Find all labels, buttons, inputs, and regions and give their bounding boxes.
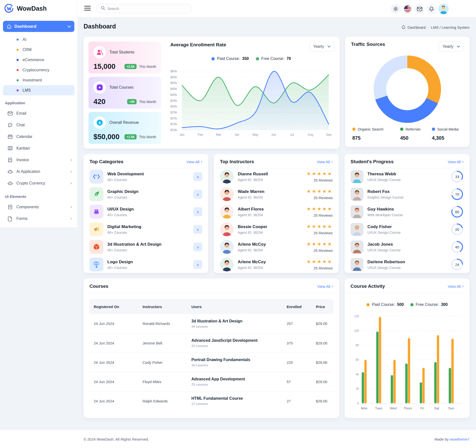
student-info: Theresa WebbUI/UX Design Course <box>367 172 447 182</box>
instructor-row: Dianne RussellAgent ID: 36254★★★★★25 Rev… <box>220 170 333 184</box>
svg-text:Thurs: Thurs <box>403 406 412 410</box>
progress-value: 70 <box>451 188 464 201</box>
category-open-button[interactable]: › <box>193 190 202 199</box>
enrollment-title: Average Enrollment Rate <box>170 42 226 48</box>
sidebar-item-investment[interactable]: Investment <box>3 75 74 85</box>
sidebar-item-components[interactable]: Components› <box>3 201 74 213</box>
view-all-link[interactable]: View All› <box>186 159 202 164</box>
traffic-title: Traffic Sources <box>351 42 385 47</box>
messages-button[interactable] <box>415 4 424 14</box>
instructor-agent-id: Agent ID: 36254 <box>238 178 303 182</box>
instructor-row: Bessie CooperAgent ID: 36254★★★★★25 Revi… <box>220 222 333 236</box>
cell-enrolled: 375 <box>282 333 311 353</box>
category-open-button[interactable]: › <box>193 242 202 251</box>
sidebar-sections: ApplicationEmailChatCalendarKanbanInvoic… <box>3 95 74 227</box>
theme-toggle-button[interactable] <box>391 4 401 14</box>
legend-dot-icon <box>432 128 435 131</box>
legend-dot-icon <box>211 57 215 60</box>
language-button[interactable] <box>403 4 413 14</box>
sidebar-item-label: Kanban <box>16 146 72 151</box>
table-row[interactable]: 24 Jun 2024Floyd MilesAdvanced App Devel… <box>89 372 333 391</box>
view-all-link[interactable]: View All› <box>448 159 464 164</box>
sidebar-item-crypto-currency[interactable]: Crypto Currency› <box>3 177 74 189</box>
legend-label: Free Course: <box>261 56 284 61</box>
sidebar-item-ai[interactable]: AI <box>3 34 74 45</box>
traffic-legend-value: 4,305 <box>432 135 444 141</box>
traffic-legend-item: Social Media <box>432 127 459 131</box>
sidebar-menu: Dashboard AICRMeCommerceCryptocurrencyIn… <box>0 17 77 227</box>
stat-card-total-students: Total Students15,000+2.5kThis Month <box>89 42 161 74</box>
category-name: Digital Marketing <box>107 224 189 229</box>
enrollment-period-select[interactable]: Yearly <box>309 42 334 52</box>
components-icon <box>7 204 13 210</box>
sidebar-item-table[interactable]: Table› <box>3 224 74 227</box>
chevron-right-icon: › <box>462 159 464 164</box>
sidebar-item-label: CRM <box>23 48 31 52</box>
wowtheme7-link[interactable]: wowtheme7 <box>450 437 470 441</box>
reviews-count: 25 Reviews <box>307 248 333 253</box>
traffic-donut-chart <box>374 55 441 123</box>
sidebar-item-label: Forms <box>16 216 67 221</box>
view-all-link[interactable]: View All› <box>317 159 333 164</box>
category-open-button[interactable]: › <box>193 260 202 269</box>
svg-text:20: 20 <box>356 387 359 391</box>
sidebar-item-label: Ai Application <box>16 169 67 174</box>
sidebar-item-email[interactable]: Email <box>3 107 74 119</box>
svg-text:$40k: $40k <box>170 93 177 97</box>
category-open-button[interactable]: › <box>193 172 202 181</box>
course-lessons: 25 Lessons <box>191 383 278 386</box>
notifications-button[interactable] <box>426 4 436 14</box>
course-activity-card: Course Activity View All› Paid Course:50… <box>345 279 470 418</box>
sidebar-item-label: Email <box>16 111 72 116</box>
cell-price: $29.00 <box>311 353 333 372</box>
progress-value: 24 <box>451 258 464 271</box>
chevron-right-icon: › <box>70 181 72 186</box>
category-name: Logo Design <box>107 260 189 264</box>
sidebar-item-invoice[interactable]: Invoice› <box>3 154 74 166</box>
instructor-rating: ★★★★★25 Reviews <box>307 206 333 217</box>
svg-text:Mar: Mar <box>216 133 221 136</box>
sidebar-item-forms[interactable]: Forms› <box>3 213 74 224</box>
table-row[interactable]: 24 Jun 2024Jerome BellAdvanced JavaScrip… <box>89 333 333 353</box>
breadcrumb-current: LMS / Learning System <box>431 25 470 29</box>
instructor-rating: ★★★★★25 Reviews <box>307 259 333 270</box>
brand-logo[interactable]: WowDash <box>0 0 77 17</box>
sidebar-item-label: Investment <box>23 78 42 82</box>
svg-text:60: 60 <box>356 358 359 362</box>
category-row: Graphic Design40+ Courses› <box>89 187 202 201</box>
legend-item: Free Course:70 <box>256 56 291 61</box>
sidebar-item-ecommerce[interactable]: eCommerce <box>3 55 74 65</box>
table-row[interactable]: 24 Jun 2024Ralph EdwardsHTML Fundamental… <box>89 391 333 411</box>
stat-card-overall-revenue: $Overall Revenue$50,000+1.5kThis Month <box>89 112 161 144</box>
sidebar-item-dashboard[interactable]: Dashboard <box>3 21 74 32</box>
table-row[interactable]: 24 Jun 2024Cody FisherPortrait Drawing F… <box>89 353 333 372</box>
category-courses-count: 40+ Courses <box>107 178 189 182</box>
stat-top: $Overall Revenue <box>93 116 156 129</box>
sidebar-item-calendar[interactable]: Calendar <box>3 131 74 142</box>
svg-text:$50k: $50k <box>170 81 177 85</box>
student-info: Guy HawkinsWeb developer Course <box>367 207 447 217</box>
category-open-button[interactable]: › <box>193 207 202 216</box>
view-all-link[interactable]: View All› <box>317 284 333 289</box>
table-row[interactable]: 24 Jun 2024Ronald Richards3d Illustratio… <box>89 314 333 333</box>
traffic-legend-value: 450 <box>400 135 408 141</box>
reviews-count: 25 Reviews <box>307 196 333 200</box>
cell-instructor: Floyd Miles <box>138 372 187 391</box>
user-avatar[interactable] <box>438 4 449 14</box>
reviews-count: 25 Reviews <box>307 213 333 217</box>
sidebar-item-chat[interactable]: Chat <box>3 119 74 131</box>
search-input[interactable] <box>107 6 188 11</box>
category-open-button[interactable]: › <box>193 225 202 234</box>
cell-registered-on: 24 Jun 2024 <box>89 372 138 391</box>
sidebar-item-ai-application[interactable]: Ai Application› <box>3 166 74 177</box>
legend-item: Paid Course:350 <box>211 56 249 61</box>
sidebar-item-kanban[interactable]: Kanban <box>3 142 74 154</box>
breadcrumb-home[interactable]: Dashboard <box>408 25 426 29</box>
sidebar-item-cryptocurrency[interactable]: Cryptocurrency <box>3 65 74 75</box>
sidebar-item-crm[interactable]: CRM <box>3 45 74 55</box>
menu-toggle-icon[interactable] <box>84 6 91 12</box>
sidebar-item-lms[interactable]: LMS <box>3 85 74 95</box>
view-all-link[interactable]: View All› <box>448 284 464 289</box>
svg-text:80: 80 <box>356 343 359 347</box>
traffic-period-select[interactable]: Yearly <box>439 42 464 52</box>
